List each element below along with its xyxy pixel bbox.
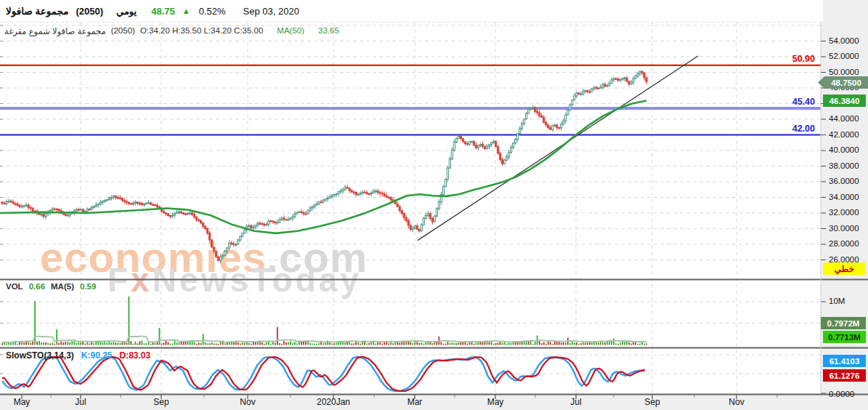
month-label: Mar [407, 397, 423, 407]
price-tick-label: 52.0000 [829, 52, 859, 60]
change-percent: 0.52% [199, 6, 226, 17]
price-tick-label: 42.0000 [829, 130, 859, 139]
price-tick-label: 34.0000 [829, 193, 859, 201]
main-chart-plot[interactable] [0, 23, 821, 279]
volume-ma-badge: 0.7972M [821, 317, 866, 329]
month-label: 2020Jan [317, 397, 350, 407]
scale-mode-badge[interactable]: خطي [823, 262, 866, 275]
volume-value-badge: 0.7713M [823, 331, 866, 343]
month-label: Jul [75, 397, 86, 407]
price-tick-label: 54.0000 [829, 36, 859, 45]
up-arrow-icon: ▲ [182, 7, 190, 15]
month-label: May [487, 397, 504, 407]
price-tick-label: 30.0000 [829, 224, 859, 233]
symbol-code: (2050) [76, 6, 103, 17]
month-label: Jul [570, 397, 581, 407]
month-label: Sep [644, 397, 660, 407]
price-tick-label: 32.0000 [829, 208, 859, 217]
price-tick-label: 38.0000 [829, 161, 859, 170]
price-tick-label: 50.0000 [829, 68, 859, 76]
volume-plot[interactable] [0, 280, 821, 347]
sto-zero-label: 0.0000 [829, 390, 854, 398]
price-tick-label: 44.0000 [829, 114, 859, 123]
ma-value-badge: 46.3840 [823, 95, 866, 107]
month-label: May [14, 397, 31, 407]
header-bar: مجموعة صافولا (2050) يومي 48.75 ▲ 0.52% … [0, 0, 823, 22]
quote-date: Sep 03, 2020 [243, 6, 299, 17]
price-tick-label: 36.0000 [829, 177, 859, 185]
price-tick-label: 40.0000 [829, 145, 859, 154]
stochastic-plot[interactable] [0, 348, 821, 394]
timeframe-label[interactable]: يومي [116, 6, 137, 17]
price-tick-label: 28.0000 [829, 239, 859, 248]
month-label: Sep [153, 397, 169, 407]
symbol-name: مجموعة صافولا [6, 5, 68, 17]
last-price-badge: 48.7500 [818, 76, 868, 89]
volume-tick-label: 10M [829, 297, 845, 305]
sto-k-badge: 61.4103 [823, 355, 866, 367]
month-label: Nov [729, 397, 744, 407]
month-label: Nov [240, 397, 255, 407]
chart-application: economies.com FxNewsToday مجموعة صافولا … [0, 0, 868, 410]
sto-d-badge: 61.1276 [823, 369, 866, 382]
last-price: 48.75 [151, 6, 175, 17]
